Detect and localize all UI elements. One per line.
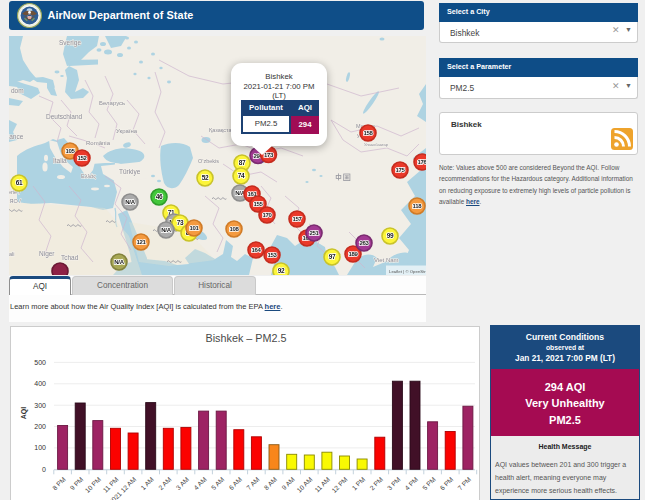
svg-text:3 AM: 3 AM — [175, 476, 191, 492]
svg-text:300: 300 — [34, 402, 46, 409]
svg-text:9 PM: 9 PM — [69, 476, 85, 492]
svg-text:1 PM: 1 PM — [350, 476, 366, 492]
svg-text:118: 118 — [413, 203, 423, 209]
svg-text:12 PM: 12 PM — [330, 476, 348, 494]
svg-text:87: 87 — [239, 159, 246, 166]
svg-text:2 PM: 2 PM — [368, 476, 384, 492]
svg-text:Україна: Україна — [116, 128, 138, 134]
svg-text:6 AM: 6 AM — [227, 476, 243, 492]
svg-text:155: 155 — [253, 201, 263, 207]
svg-text:rance: rance — [9, 133, 24, 140]
svg-text:8 PM: 8 PM — [51, 476, 67, 492]
svg-text:100: 100 — [34, 444, 46, 451]
svg-text:200: 200 — [34, 423, 46, 430]
svg-text:N/A: N/A — [125, 199, 135, 205]
svg-text:Viet Nam: Viet Nam — [374, 257, 399, 263]
svg-text:8 AM: 8 AM — [263, 476, 279, 492]
svg-text:105: 105 — [65, 148, 75, 154]
svg-text:99: 99 — [387, 232, 394, 239]
svg-text:Leaflet | © OpenStreetMap: Leaflet | © OpenStreetMap — [389, 269, 426, 274]
svg-text:152: 152 — [77, 155, 87, 161]
svg-text:O’zbekis: O’zbekis — [198, 158, 219, 164]
svg-text:AQI: AQI — [20, 407, 28, 420]
svg-text:6 PM: 6 PM — [439, 476, 455, 492]
svg-text:1 AM: 1 AM — [139, 476, 155, 492]
svg-text:Беларусь: Беларусь — [99, 100, 125, 106]
svg-text:4 PM: 4 PM — [403, 476, 419, 492]
svg-text:ali: ali — [9, 251, 15, 257]
svg-text:189: 189 — [348, 251, 358, 257]
svg-text:400: 400 — [34, 380, 46, 387]
svg-text:România: România — [86, 140, 111, 146]
svg-text:157: 157 — [292, 216, 302, 222]
svg-text:164: 164 — [251, 247, 261, 253]
svg-text:61: 61 — [16, 179, 23, 186]
svg-text:500: 500 — [34, 359, 46, 366]
svg-text:263: 263 — [359, 240, 369, 246]
svg-text:,ЯO /: ,ЯO / — [9, 198, 21, 204]
svg-text:7 AM: 7 AM — [245, 476, 261, 492]
svg-text:74: 74 — [238, 172, 245, 179]
svg-text:dom: dom — [11, 87, 24, 94]
svg-text:101: 101 — [189, 225, 199, 231]
svg-text:4 AM: 4 AM — [192, 476, 208, 492]
svg-text:5 PM: 5 PM — [421, 476, 437, 492]
svg-text:11 AM: 11 AM — [313, 476, 331, 494]
svg-text:170: 170 — [262, 212, 272, 218]
svg-text:176: 176 — [417, 159, 426, 165]
svg-text:2 AM: 2 AM — [157, 476, 173, 492]
svg-text:Tchad: Tchad — [61, 254, 79, 261]
svg-text:9 AM: 9 AM — [280, 476, 296, 492]
svg-text:N/A: N/A — [114, 259, 124, 265]
svg-text:Türkiye: Türkiye — [119, 168, 141, 176]
svg-text:Bishkek – PM2.5: Bishkek – PM2.5 — [205, 332, 286, 344]
svg-text:7 PM: 7 PM — [456, 476, 472, 492]
svg-text:97: 97 — [329, 253, 336, 260]
svg-text:92: 92 — [278, 267, 285, 274]
svg-text:52: 52 — [202, 174, 209, 181]
svg-text:158: 158 — [363, 130, 373, 136]
svg-text:Deutschland: Deutschland — [46, 113, 83, 120]
svg-text:Ελλάς: Ελλάς — [81, 173, 96, 179]
svg-text:Улаанбаатар: Улаанбаатар — [364, 142, 389, 147]
svg-text:153: 153 — [267, 252, 277, 258]
svg-text:73: 73 — [177, 219, 184, 226]
svg-text:10 AM: 10 AM — [295, 476, 313, 494]
svg-text:Sverige: Sverige — [59, 39, 81, 47]
svg-text:N/A: N/A — [161, 227, 171, 233]
svg-text:121: 121 — [136, 239, 146, 245]
svg-text:0: 0 — [42, 466, 46, 473]
svg-text:175: 175 — [395, 167, 405, 173]
svg-text:46: 46 — [156, 193, 163, 200]
svg-text:5 AM: 5 AM — [210, 476, 226, 492]
svg-text:10 PM: 10 PM — [84, 476, 102, 494]
svg-text:3 PM: 3 PM — [386, 476, 402, 492]
svg-text:251: 251 — [309, 230, 319, 236]
svg-text:Niger: Niger — [39, 250, 55, 258]
svg-text:108: 108 — [229, 226, 239, 232]
